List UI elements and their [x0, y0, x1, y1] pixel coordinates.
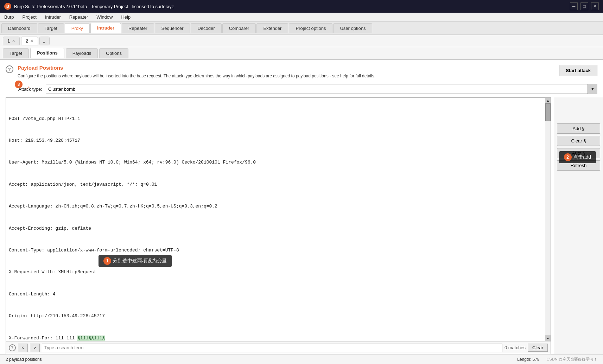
window-title: Burp Suite Professional v2.0.11beta - Te…	[14, 4, 174, 9]
search-matches: 0 matches	[504, 345, 526, 350]
app-icon: B	[4, 3, 11, 10]
search-help-icon[interactable]: ?	[9, 344, 16, 351]
menu-help[interactable]: Help	[120, 14, 132, 20]
menu-repeater[interactable]: Repeater	[68, 14, 89, 20]
request-line: Host: 219.153.49.228:45717	[9, 137, 542, 145]
tab-project-options[interactable]: Project options	[289, 23, 332, 33]
intruder-tab-2[interactable]: 2 ✕	[21, 37, 38, 45]
attack-type-select[interactable]: Cluster bomb Sniper Battering ram Pitchf…	[46, 84, 597, 94]
minimize-button[interactable]: ─	[570, 2, 578, 10]
content-area: Start attack ? Payload Positions Configu…	[0, 60, 603, 364]
maximize-button[interactable]: □	[580, 2, 588, 10]
tab-decoder[interactable]: Decoder	[191, 23, 221, 33]
menu-bar: Burp Project Intruder Repeater Window He…	[0, 13, 603, 22]
menu-project[interactable]: Project	[21, 14, 38, 20]
highlight-section-2: §111§	[91, 336, 105, 341]
status-bar: 2 payload positions Length: 578 CSDN @今天…	[0, 354, 603, 364]
search-next-button[interactable]: >	[30, 344, 40, 352]
tab-sequencer[interactable]: Sequencer	[155, 23, 190, 33]
request-line: Origin: http://219.153.49.228:45717	[9, 313, 542, 320]
request-line: POST /vote_do.php HTTP/1.1	[9, 115, 542, 123]
main-tab-bar: Dashboard Target Proxy Intruder Repeater…	[0, 22, 603, 35]
tab-dashboard[interactable]: Dashboard	[1, 23, 37, 33]
payload-positions-title: Payload Positions	[18, 65, 375, 71]
annotation-text-1: 分别选中这两项设为变量	[113, 258, 167, 264]
search-prev-button[interactable]: <	[18, 344, 28, 352]
request-line: Accept: application/json, text/javascrip…	[9, 181, 542, 189]
payload-count: 2 payload positions	[6, 357, 42, 362]
scroll-down-button[interactable]: ▼	[545, 336, 551, 341]
title-bar: B Burp Suite Professional v2.0.11beta - …	[0, 0, 603, 13]
tab-extender[interactable]: Extender	[256, 23, 288, 33]
tab-options[interactable]: Options	[99, 48, 128, 58]
attack-type-wrapper: Cluster bomb Sniper Battering ram Pitchf…	[46, 84, 597, 94]
attack-type-row: 3 → Attack type: Cluster bomb Sniper Bat…	[0, 82, 603, 97]
scroll-up-button[interactable]: ▲	[545, 98, 551, 103]
tab-comparer[interactable]: Comparer	[222, 23, 256, 33]
request-line: Content-Type: application/x-www-form-url…	[9, 247, 542, 254]
close-button[interactable]: ✕	[591, 2, 599, 10]
annotation-badge-3: 3	[15, 81, 23, 88]
tab-target-inner[interactable]: Target	[3, 48, 29, 58]
close-tab-1-icon[interactable]: ✕	[12, 39, 15, 43]
request-line: Accept-Encoding: gzip, deflate	[9, 225, 542, 232]
annotation-tooltip-2: 2 点击add	[559, 151, 596, 163]
length-indicator: Length: 578	[517, 357, 539, 362]
search-clear-button[interactable]: Clear	[528, 344, 548, 352]
more-tabs-button[interactable]: ...	[39, 37, 50, 45]
menu-intruder[interactable]: Intruder	[44, 14, 62, 20]
tab-repeater[interactable]: Repeater	[122, 23, 154, 33]
annotation-text-2: 点击add	[573, 154, 591, 160]
request-line: Content-Length: 4	[9, 291, 542, 298]
annotation-badge-2: 2	[564, 153, 572, 161]
tab-payloads[interactable]: Payloads	[66, 48, 98, 58]
search-bar: ? < > 0 matches Clear	[6, 341, 551, 354]
close-tab-2-icon[interactable]: ✕	[30, 39, 33, 43]
tab-proxy[interactable]: Proxy	[65, 23, 90, 33]
payload-positions-header: ? Payload Positions Configure the positi…	[0, 60, 603, 82]
request-line: Accept-Language: zh-CN,zh;q=0.8,zh-TW;q=…	[9, 203, 542, 210]
add-section-button[interactable]: Add §	[557, 123, 600, 134]
request-editor[interactable]: POST /vote_do.php HTTP/1.1 Host: 219.153…	[6, 98, 545, 341]
request-line: X-Requested-With: XMLHttpRequest	[9, 269, 542, 276]
menu-burp[interactable]: Burp	[3, 14, 15, 20]
tab-target[interactable]: Target	[38, 23, 64, 33]
inner-tab-bar: Target Positions Payloads Options	[0, 47, 603, 60]
tab-positions[interactable]: Positions	[30, 48, 64, 58]
highlight-section-1: §111§	[77, 336, 91, 341]
right-panel: Add § Clear § Auto § Refresh	[554, 97, 603, 354]
scrollbar-thumb[interactable]	[545, 103, 551, 121]
request-line: User-Agent: Mozilla/5.0 (Windows NT 10.0…	[9, 159, 542, 166]
csdn-credit: CSDN @今天也要好好学习！	[547, 357, 597, 362]
search-input[interactable]	[42, 344, 502, 352]
payload-positions-description: Configure the positions where payloads w…	[18, 73, 375, 79]
tab-intruder[interactable]: Intruder	[90, 23, 121, 33]
request-line-xforward: X-Forwarded-For: 111.111.§111§§111§	[9, 335, 542, 341]
intruder-tab-1[interactable]: 1 ✕	[3, 37, 20, 45]
intruder-tab-bar: 1 ✕ 2 ✕ ...	[0, 35, 603, 47]
annotation-badge-1: 1	[103, 257, 111, 265]
help-icon[interactable]: ?	[6, 65, 13, 73]
annotation-tooltip-1: 1 分别选中这两项设为变量	[99, 255, 172, 267]
start-attack-button[interactable]: Start attack	[559, 65, 597, 76]
tab-user-options[interactable]: User options	[333, 23, 372, 33]
menu-window[interactable]: Window	[95, 14, 114, 20]
clear-section-button[interactable]: Clear §	[557, 136, 600, 146]
